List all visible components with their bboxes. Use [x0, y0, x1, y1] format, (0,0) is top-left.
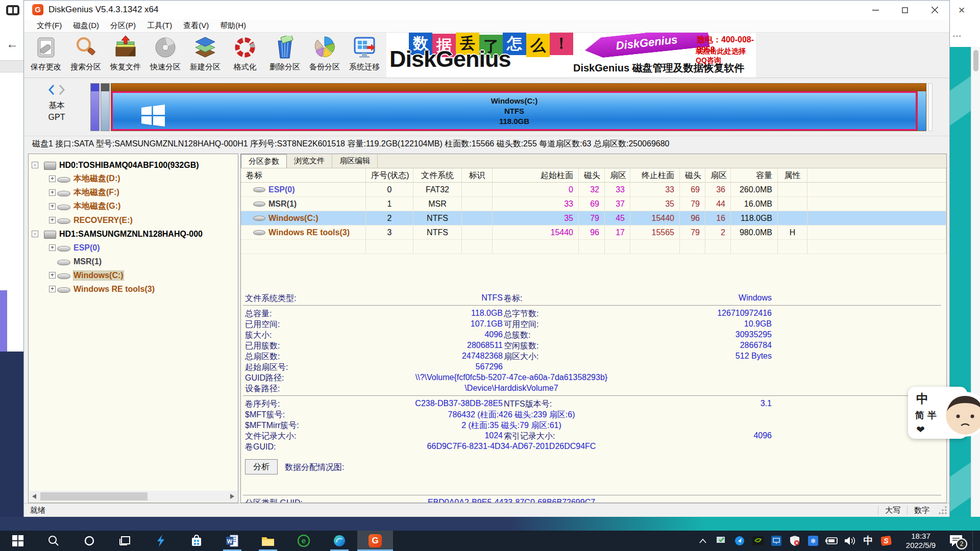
tray-expand-chevron-icon[interactable]: [697, 535, 709, 547]
col-attributes[interactable]: 属性: [778, 168, 807, 183]
tab-sector-edit[interactable]: 扇区编辑: [332, 154, 378, 168]
taskbar-search-button[interactable]: [36, 531, 71, 551]
col-capacity[interactable]: 容量: [731, 168, 778, 183]
tray-snowflake-icon[interactable]: ❄: [807, 535, 819, 547]
taskbar-edge[interactable]: [322, 531, 357, 551]
tray-sogou-icon[interactable]: S: [880, 535, 893, 547]
partition-msr-strip[interactable]: [101, 83, 110, 131]
tree-item-windows-c[interactable]: + Windows(C:): [29, 268, 238, 282]
menu-help[interactable]: 帮助(H): [214, 21, 252, 31]
menu-tools[interactable]: 工具(T): [141, 21, 178, 31]
quick-partition-button[interactable]: 快速分区: [145, 33, 185, 78]
tree-expander[interactable]: +: [49, 189, 56, 196]
tree-expander[interactable]: +: [49, 217, 56, 223]
partition-windows-c[interactable]: Windows(C:) NTFS 118.0GB: [111, 91, 917, 131]
ime-simplified-indicator[interactable]: 简: [915, 409, 924, 421]
col-start-head[interactable]: 磁头: [579, 168, 605, 183]
table-row-msr[interactable]: MSR(1) 1 MSR 33 69 37 35 79 44 16.0MB: [241, 197, 946, 211]
search-partition-button[interactable]: 搜索分区: [66, 33, 106, 78]
background-scrollbar[interactable]: [971, 47, 980, 517]
tree-expander[interactable]: +: [49, 244, 56, 251]
task-view-button[interactable]: [107, 531, 143, 551]
tree-item-local-f[interactable]: + 本地磁盘(F:): [29, 186, 238, 199]
ad-qq-link[interactable]: 或点击此处选择QQ咨询: [696, 47, 756, 65]
scroll-right-icon[interactable]: [227, 491, 237, 502]
tree-expander[interactable]: -: [32, 162, 38, 168]
pinned-microsoft-store[interactable]: [179, 531, 214, 551]
col-end-cylinder[interactable]: 终止柱面: [630, 168, 680, 183]
background-more-icon[interactable]: ⋯: [952, 31, 962, 41]
ime-halfwidth-indicator[interactable]: 半: [927, 409, 937, 421]
tree-item-local-g[interactable]: + 本地磁盘(G:): [29, 199, 238, 213]
col-start-sector[interactable]: 扇区: [605, 168, 630, 183]
title-bar[interactable]: G DiskGenius V5.4.3.1342 x64: [24, 1, 949, 19]
taskbar-word[interactable]: W: [214, 531, 250, 551]
tray-blue-arrow-icon[interactable]: [733, 535, 746, 547]
tree-item-recovery-e[interactable]: + RECOVERY(E:): [29, 213, 238, 227]
tree-item-hd0[interactable]: - HD0:TOSHIBAMQ04ABF100(932GB): [29, 158, 238, 172]
tree-expander[interactable]: +: [49, 272, 56, 279]
tree-item-hd1[interactable]: - HD1:SAMSUNGMZNLN128HAHQ-000: [29, 227, 238, 241]
heart-icon[interactable]: ❤: [916, 423, 925, 436]
scroll-left-icon[interactable]: [29, 491, 39, 502]
tray-update-check-icon[interactable]: [715, 535, 727, 547]
background-close-icon[interactable]: ✕: [958, 5, 965, 16]
tree-item-windows-re[interactable]: + Windows RE tools(3): [29, 282, 238, 296]
scrollbar-thumb[interactable]: [973, 50, 978, 71]
col-volume-label[interactable]: 卷标: [241, 168, 366, 183]
col-start-cylinder[interactable]: 起始柱面: [493, 168, 579, 183]
col-filesystem[interactable]: 文件系统: [413, 168, 462, 183]
menu-view[interactable]: 查看(V): [178, 21, 214, 31]
close-button[interactable]: [920, 1, 949, 19]
tree-expander[interactable]: +: [49, 176, 56, 182]
tray-nvidia-icon[interactable]: [752, 535, 764, 547]
tray-volume-icon[interactable]: [844, 535, 856, 547]
table-row-windows-re[interactable]: Windows RE tools(3) 3 NTFS 15440 96 17 1…: [241, 226, 946, 240]
partition-bar-scrollbar[interactable]: [928, 83, 933, 131]
tray-battery-icon[interactable]: [825, 535, 838, 547]
save-changes-button[interactable]: 保存更改: [26, 33, 66, 78]
scrollbar-thumb[interactable]: [40, 492, 148, 500]
taskbar-clock[interactable]: 18:37 2022/5/9: [899, 532, 943, 550]
delete-partition-button[interactable]: 删除分区: [265, 33, 305, 78]
menu-partition[interactable]: 分区(P): [105, 21, 141, 31]
tab-partition-params[interactable]: 分区参数: [241, 154, 287, 168]
minimize-button[interactable]: [861, 1, 890, 19]
tree-expander[interactable]: +: [49, 203, 56, 210]
resize-grip[interactable]: [938, 506, 947, 515]
maximize-button[interactable]: [890, 1, 920, 19]
start-button[interactable]: [0, 531, 36, 551]
pinned-flash-app[interactable]: [143, 531, 179, 551]
taskbar-file-explorer[interactable]: [250, 531, 286, 551]
tree-expander[interactable]: -: [32, 231, 38, 237]
tree-item-local-d[interactable]: + 本地磁盘(D:): [29, 172, 238, 186]
menu-disk[interactable]: 磁盘(D): [67, 21, 105, 31]
col-tag[interactable]: 标识: [462, 168, 493, 183]
ad-banner[interactable]: 数 据 丢 了 怎 么 ！ DiskGenius DiskGenius Disk…: [386, 33, 756, 78]
taskbar-diskgenius-active[interactable]: G: [357, 531, 393, 551]
tray-security-shield-icon[interactable]: [789, 535, 801, 547]
tray-ime-indicator[interactable]: 中: [862, 535, 874, 547]
analyze-button[interactable]: 分析: [245, 459, 278, 474]
col-seq-status[interactable]: 序号(状态): [366, 168, 413, 183]
format-button[interactable]: 格式化: [225, 33, 265, 78]
prev-disk-icon[interactable]: [48, 84, 55, 95]
system-migrate-button[interactable]: 系统迁移: [345, 33, 384, 78]
tree-expander[interactable]: +: [49, 286, 56, 292]
notification-center-button[interactable]: 2: [949, 534, 964, 547]
partition-re-tools-strip[interactable]: [917, 91, 926, 131]
ime-chinese-indicator[interactable]: 中: [916, 391, 928, 407]
col-end-head[interactable]: 磁头: [680, 168, 705, 183]
tab-browse-files[interactable]: 浏览文件: [287, 154, 332, 168]
recover-files-button[interactable]: 恢复文件: [106, 33, 145, 78]
next-disk-icon[interactable]: [58, 84, 65, 95]
col-end-sector[interactable]: 扇区: [705, 168, 731, 183]
tray-intel-graphics-icon[interactable]: [770, 535, 782, 547]
tree-item-esp[interactable]: + ESP(0): [29, 241, 238, 255]
back-arrow-icon[interactable]: ←: [6, 37, 18, 51]
partition-esp-strip[interactable]: [90, 83, 100, 131]
menu-file[interactable]: 文件(F): [31, 21, 67, 31]
tree-horizontal-scrollbar[interactable]: [29, 491, 237, 502]
table-row-esp[interactable]: ESP(0) 0 FAT32 0 32 33 33 69 36 260.0MB: [241, 183, 946, 197]
cortana-button[interactable]: [71, 531, 107, 551]
